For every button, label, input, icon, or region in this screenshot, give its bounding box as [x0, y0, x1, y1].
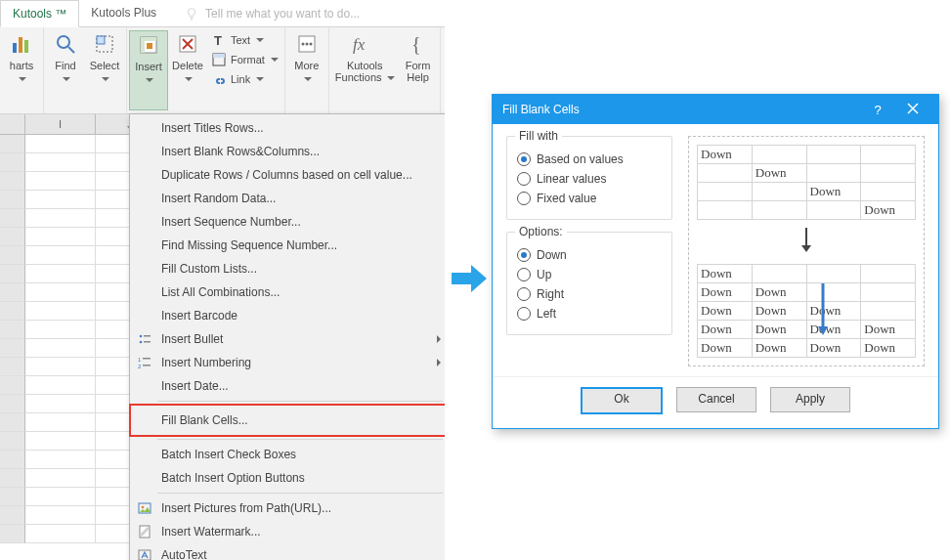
svg-point-20	[309, 43, 312, 46]
svg-rect-28	[143, 358, 151, 360]
picture-icon	[136, 500, 153, 516]
svg-rect-16	[213, 54, 225, 58]
apply-button[interactable]: Apply	[770, 387, 850, 412]
dropdown-icon	[63, 77, 70, 81]
menu-batch-option-buttons[interactable]: Batch Insert Option Buttons	[130, 466, 446, 490]
svg-point-3	[58, 36, 69, 48]
menu-list-all-combinations[interactable]: List All Combinations...	[130, 280, 446, 304]
svg-rect-2	[24, 40, 28, 53]
select-icon	[93, 32, 116, 56]
kutools-functions-button[interactable]: fx Kutools Functions	[331, 30, 399, 110]
help-button[interactable]: ?	[860, 103, 895, 117]
radio-linear-values[interactable]: Linear values	[517, 172, 662, 186]
tab-kutools[interactable]: Kutools ™	[0, 0, 79, 27]
dialog-titlebar[interactable]: Fill Blank Cells ?	[493, 95, 938, 124]
brace-icon: {	[407, 32, 430, 56]
menu-find-missing-sequence[interactable]: Find Missing Sequence Number...	[130, 234, 446, 257]
radio-right[interactable]: Right	[517, 287, 662, 301]
menu-autotext[interactable]: AutoText	[130, 543, 446, 560]
arrow-down-icon	[799, 226, 814, 258]
chart-icon	[10, 32, 33, 56]
fill-with-label: Fill with	[515, 129, 562, 143]
close-icon	[907, 103, 919, 114]
insert-button[interactable]: Insert	[129, 30, 168, 110]
svg-rect-0	[13, 43, 17, 53]
svg-rect-26	[144, 341, 151, 343]
svg-rect-30	[143, 365, 151, 366]
svg-point-23	[140, 335, 143, 338]
tab-kutools-plus[interactable]: Kutools Plus	[79, 0, 168, 26]
menu-duplicate-rows-cols[interactable]: Duplicate Rows / Columns based on cell v…	[130, 163, 446, 187]
svg-point-19	[305, 43, 308, 46]
dialog-title: Fill Blank Cells	[502, 103, 580, 116]
svg-rect-6	[97, 36, 105, 44]
menu-insert-watermark[interactable]: Insert Watermark...	[130, 520, 446, 543]
link-button[interactable]: Link	[211, 71, 279, 87]
tell-me-search[interactable]: Tell me what you want to do...	[168, 0, 360, 26]
menu-insert-numbering[interactable]: 12 Insert Numbering	[130, 351, 446, 374]
col-header-i[interactable]: I	[25, 114, 95, 134]
find-button[interactable]: Find	[46, 30, 85, 110]
svg-rect-9	[141, 41, 145, 53]
ok-button[interactable]: Ok	[581, 387, 663, 414]
menu-insert-pictures-url[interactable]: Insert Pictures from Path(URL)...	[130, 496, 446, 520]
menu-insert-titles-rows[interactable]: Insert Titles Rows...	[130, 116, 446, 140]
options-group: Options: Down Up Right Left	[506, 232, 672, 335]
text-button[interactable]: T Text	[211, 32, 279, 48]
radio-based-on-values[interactable]: Based on values	[517, 152, 662, 166]
formula-helper-button[interactable]: { Form Help	[399, 30, 438, 110]
svg-rect-1	[19, 37, 22, 53]
charts-button[interactable]: harts	[2, 30, 41, 110]
menu-insert-bullet[interactable]: Insert Bullet	[130, 327, 446, 351]
svg-rect-8	[141, 37, 156, 41]
select-button[interactable]: Select	[85, 30, 124, 110]
svg-line-4	[68, 47, 74, 53]
cancel-button[interactable]: Cancel	[676, 387, 756, 412]
svg-point-25	[140, 341, 143, 344]
menu-insert-blank-rows-cols[interactable]: Insert Blank Rows&Columns...	[130, 140, 446, 163]
menu-insert-barcode[interactable]: Insert Barcode	[130, 304, 446, 327]
more-button[interactable]: More	[287, 30, 326, 110]
numbering-icon: 12	[136, 355, 153, 370]
svg-text:{: {	[411, 33, 421, 55]
dropdown-icon	[102, 77, 109, 81]
dropdown-icon	[387, 76, 395, 80]
submenu-arrow-icon	[437, 335, 441, 343]
dropdown-icon	[19, 77, 26, 81]
menu-insert-sequence-number[interactable]: Insert Sequence Number...	[130, 210, 446, 234]
svg-rect-24	[144, 335, 151, 337]
fx-icon: fx	[353, 32, 376, 56]
radio-up[interactable]: Up	[517, 268, 662, 281]
preview-after-grid: Down DownDown DownDownDown DownDownDownD…	[697, 264, 916, 358]
arrow-right-icon	[450, 259, 489, 298]
close-button[interactable]	[895, 103, 930, 117]
more-icon	[295, 32, 319, 56]
tell-me-placeholder: Tell me what you want to do...	[205, 7, 360, 21]
dropdown-icon	[146, 78, 153, 82]
fill-down-arrow-icon	[816, 281, 830, 340]
fill-with-group: Fill with Based on values Linear values …	[506, 136, 672, 220]
menu-insert-date[interactable]: Insert Date...	[130, 374, 446, 398]
svg-text:fx: fx	[353, 35, 366, 54]
svg-point-32	[142, 506, 145, 509]
menu-fill-custom-lists[interactable]: Fill Custom Lists...	[130, 257, 446, 280]
menu-insert-random-data[interactable]: Insert Random Data...	[130, 187, 446, 210]
format-icon	[211, 52, 227, 67]
preview-before-grid: Down Down Down Down	[697, 145, 916, 220]
dropdown-icon	[185, 77, 193, 81]
menu-batch-checkboxes[interactable]: Batch Insert Check Boxes	[130, 443, 446, 466]
insert-dropdown-menu: Insert Titles Rows... Insert Blank Rows&…	[129, 113, 446, 560]
search-icon	[54, 32, 77, 56]
format-button[interactable]: Format	[211, 52, 279, 67]
ribbon-tabs: Kutools ™ Kutools Plus Tell me what you …	[0, 0, 445, 27]
autotext-icon	[136, 547, 153, 560]
fill-blank-cells-dialog: Fill Blank Cells ? Fill with Based on va…	[492, 94, 939, 429]
menu-fill-blank-cells[interactable]: Fill Blank Cells...	[130, 405, 446, 436]
radio-fixed-value[interactable]: Fixed value	[517, 192, 662, 205]
radio-left[interactable]: Left	[517, 307, 662, 321]
dropdown-icon	[256, 38, 264, 42]
dropdown-icon	[304, 77, 312, 81]
options-label: Options:	[515, 225, 567, 238]
delete-button[interactable]: Delete	[168, 30, 207, 110]
radio-down[interactable]: Down	[517, 248, 662, 262]
